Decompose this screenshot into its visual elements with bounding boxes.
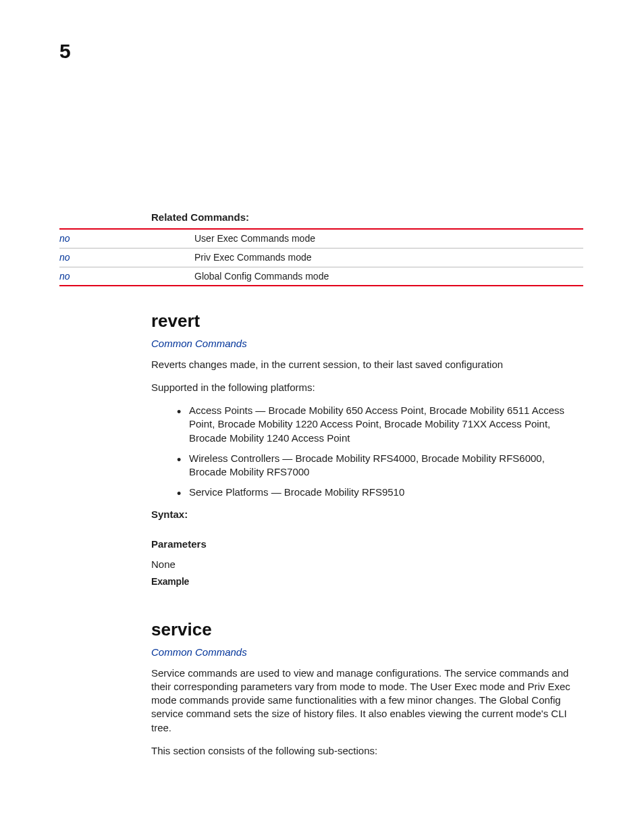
command-link[interactable]: no — [59, 229, 194, 248]
table-row: no Global Config Commands mode — [59, 267, 583, 286]
section-heading-revert: revert — [151, 309, 583, 333]
parameters-heading: Parameters — [151, 538, 583, 551]
related-commands-table: no User Exec Commands mode no Priv Exec … — [59, 228, 583, 286]
related-commands-heading: Related Commands: — [151, 211, 583, 224]
command-desc: Global Config Commands mode — [194, 267, 583, 286]
table-row: no Priv Exec Commands mode — [59, 248, 583, 267]
command-link[interactable]: no — [59, 267, 194, 286]
list-item: Service Platforms — Brocade Mobility RFS… — [151, 486, 583, 499]
supported-intro: Supported in the following platforms: — [151, 381, 583, 394]
command-desc: User Exec Commands mode — [194, 229, 583, 248]
parameters-value: None — [151, 558, 583, 571]
revert-description: Reverts changes made, in the current ses… — [151, 358, 583, 371]
chapter-number: 5 — [59, 38, 71, 66]
common-commands-link[interactable]: Common Commands — [151, 337, 247, 350]
service-description: Service commands are used to view and ma… — [151, 667, 583, 735]
list-item: Access Points — Brocade Mobility 650 Acc… — [151, 404, 583, 445]
section-heading-service: service — [151, 618, 583, 642]
platforms-list: Access Points — Brocade Mobility 650 Acc… — [151, 404, 583, 500]
subsections-intro: This section consists of the following s… — [151, 744, 583, 758]
syntax-heading: Syntax: — [151, 508, 583, 521]
table-row: no User Exec Commands mode — [59, 229, 583, 248]
command-link[interactable]: no — [59, 248, 194, 267]
list-item: Wireless Controllers — Brocade Mobility … — [151, 452, 583, 479]
command-desc: Priv Exec Commands mode — [194, 248, 583, 267]
common-commands-link[interactable]: Common Commands — [151, 646, 247, 659]
example-heading: Example — [151, 575, 583, 588]
